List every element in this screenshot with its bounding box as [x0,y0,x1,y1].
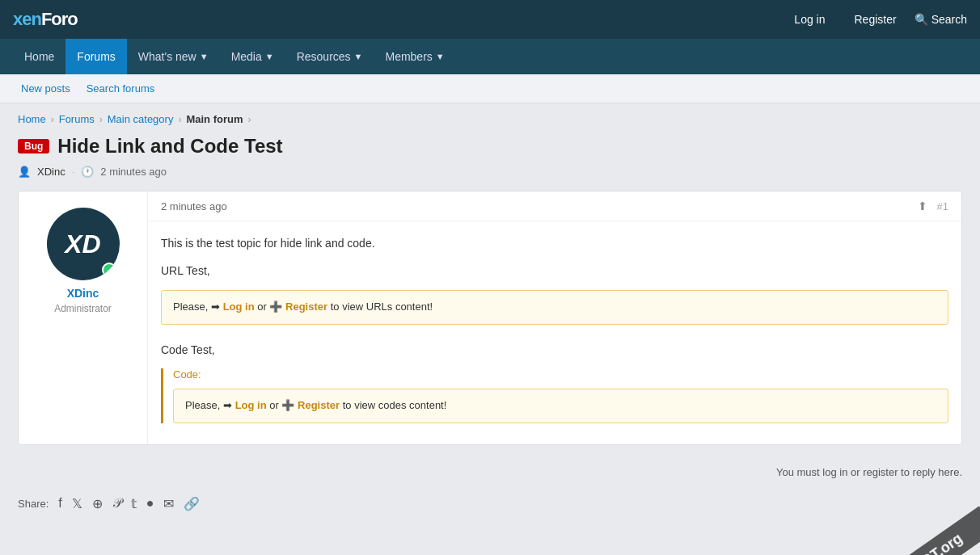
code-box-label: Code: [173,368,948,381]
search-forums-link[interactable]: Search forums [78,74,163,103]
share-icons: f 𝕏 ⊕ 𝒫 𝕥 ● ✉ 🔗 [58,496,200,511]
thread-time: 2 minutes ago [100,166,167,178]
share-label: Share: [18,498,49,510]
breadcrumb-sep-1: › [51,114,54,125]
thread-title-row: Bug Hide Link and Code Test [18,135,962,158]
url-section-label: URL Test, [161,262,948,280]
logo: xenForo [13,9,78,30]
login-button[interactable]: Log in [783,8,836,31]
tumblr-icon[interactable]: 𝕥 [131,496,137,511]
clock-icon: 🕐 [81,166,94,178]
link-icon[interactable]: 🔗 [184,496,200,511]
post-number: #1 [937,200,948,212]
post-header: 2 minutes ago ⬆ #1 [148,191,961,221]
members-dropdown-icon: ▼ [436,52,445,61]
thread-title: Hide Link and Code Test [57,135,282,158]
breadcrumb: Home › Forums › Main category › Main for… [18,113,962,125]
breadcrumb-sep-3: › [178,114,181,125]
media-dropdown-icon: ▼ [265,52,274,61]
code-section-label: Code Test, [161,341,948,359]
reddit-icon[interactable]: ⊕ [92,496,103,511]
nav-forums[interactable]: Forums [65,39,126,74]
post-username[interactable]: XDinc [32,287,134,300]
nav-resources[interactable]: Resources ▼ [285,39,374,74]
code-login-link[interactable]: Log in [235,399,267,411]
nav-whats-new[interactable]: What's new ▼ [127,39,220,74]
post-actions: ⬆ #1 [918,200,948,212]
breadcrumb-main-forum: Main forum [186,113,243,125]
url-notice-box: Please, ➡ Log in or ➕ Register to view U… [161,290,948,325]
content-wrapper: Home › Forums › Main category › Main for… [5,103,975,531]
pinterest-icon[interactable]: 𝒫 [112,496,121,511]
url-or-text: or [257,301,269,313]
avatar-text: XD [65,229,100,259]
post-content-area: 2 minutes ago ⬆ #1 This is the test topi… [148,191,961,444]
online-badge: ✓ [102,263,116,277]
url-suffix-text: to view URLs content! [331,301,433,313]
code-notice-text: Please, [185,399,220,411]
code-notice-box: Please, ➡ Log in or ➕ Register to view c… [173,389,948,423]
nav-bar: Home Forums What's new ▼ Media ▼ Resourc… [0,39,980,74]
bug-badge: Bug [18,139,49,153]
code-register-link[interactable]: Register [298,399,340,411]
new-posts-link[interactable]: New posts [13,74,78,103]
whats-new-dropdown-icon: ▼ [200,52,209,61]
post-line-1: This is the test topic for hide link and… [161,234,948,252]
url-register-link[interactable]: Register [285,301,327,313]
facebook-icon[interactable]: f [58,496,61,511]
code-login-icon: ➡ [223,399,232,411]
breadcrumb-sep-4: › [247,114,251,125]
thread-meta: 👤 XDinc · 🕐 2 minutes ago [18,166,962,178]
sub-nav: New posts Search forums [0,74,980,103]
share-button[interactable]: ⬆ [918,200,927,212]
resources-dropdown-icon: ▼ [354,52,363,61]
code-container: Code: Please, ➡ Log in or ➕ Register to … [161,368,948,423]
email-icon[interactable]: ✉ [163,496,174,511]
code-register-icon: ➕ [281,399,294,411]
share-row: Share: f 𝕏 ⊕ 𝒫 𝕥 ● ✉ 🔗 [18,486,962,521]
header-top: xenForo Log in Register 🔍 Search [0,0,980,39]
header-actions: Log in Register 🔍 Search [783,8,967,31]
breadcrumb-main-category[interactable]: Main category [108,113,174,125]
user-sidebar: XD ✓ XDinc Administrator [19,191,148,444]
nav-media[interactable]: Media ▼ [220,39,285,74]
login-notice-text: You must log in or register to reply her… [776,466,962,478]
nav-members[interactable]: Members ▼ [374,39,455,74]
logo-foro: Foro [41,9,78,29]
url-register-icon: ➕ [269,301,282,313]
url-login-icon: ➡ [211,301,220,313]
url-notice-text: Please, [173,301,208,313]
register-button[interactable]: Register [843,8,908,31]
code-suffix-text: to view codes content! [343,399,447,411]
whatsapp-icon[interactable]: ● [146,496,154,511]
thread-author: XDinc [37,166,65,178]
search-label: Search [931,13,967,26]
twitter-icon[interactable]: 𝕏 [72,496,82,511]
avatar: XD ✓ [47,208,120,280]
post-container: XD ✓ XDinc Administrator 2 minutes ago ⬆… [18,191,962,445]
login-notice: You must log in or register to reply her… [18,458,962,486]
url-login-link[interactable]: Log in [223,301,255,313]
post-timestamp: 2 minutes ago [161,200,227,212]
user-role: Administrator [32,303,134,314]
logo-xen: xen [13,9,41,29]
code-or-text: or [269,399,281,411]
breadcrumb-home[interactable]: Home [18,113,46,125]
breadcrumb-forums[interactable]: Forums [59,113,95,125]
post-body: This is the test topic for hide link and… [148,221,961,444]
nav-home[interactable]: Home [13,39,65,74]
search-icon: 🔍 [915,13,928,26]
breadcrumb-sep-2: › [99,114,103,125]
search-button[interactable]: 🔍 Search [915,13,967,26]
user-icon: 👤 [18,166,31,178]
